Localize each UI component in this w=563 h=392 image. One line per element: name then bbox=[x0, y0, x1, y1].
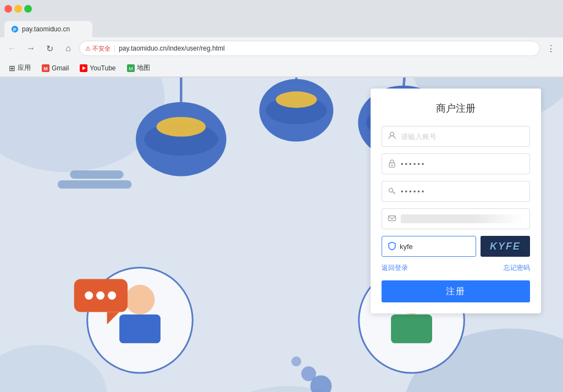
confirm-password-input[interactable] bbox=[401, 187, 524, 196]
captcha-image-text: KYFE bbox=[490, 241, 521, 252]
address-text: pay.taomiduo.cn/index/user/reg.html bbox=[119, 45, 225, 52]
maps-icon: M bbox=[127, 64, 135, 72]
tab-title: pay.taomiduo.cn bbox=[22, 25, 70, 33]
svg-rect-29 bbox=[70, 170, 123, 179]
password-field[interactable] bbox=[382, 153, 530, 174]
svg-point-21 bbox=[276, 91, 317, 108]
address-bar[interactable]: ⚠ 不安全 | pay.taomiduo.cn/index/user/reg.h… bbox=[79, 41, 540, 56]
window-controls bbox=[4, 5, 32, 13]
svg-rect-42 bbox=[391, 314, 432, 343]
svg-point-55 bbox=[291, 356, 301, 366]
youtube-label: YouTube bbox=[90, 64, 115, 72]
apps-label: 应用 bbox=[18, 63, 31, 73]
svg-text:M: M bbox=[43, 66, 48, 71]
bookmark-youtube[interactable]: YouTube bbox=[75, 63, 120, 73]
svg-point-37 bbox=[96, 291, 104, 300]
gmail-icon: M bbox=[42, 64, 49, 72]
forward-button[interactable]: → bbox=[23, 41, 38, 56]
confirm-password-field[interactable] bbox=[382, 181, 530, 202]
back-button[interactable]: ← bbox=[4, 41, 20, 56]
svg-point-17 bbox=[156, 117, 206, 137]
browser-tabbar: P pay.taomiduo.cn bbox=[0, 18, 563, 37]
svg-point-38 bbox=[108, 291, 116, 300]
browser-toolbar: ← → ↻ ⌂ ⚠ 不安全 | pay.taomiduo.cn/index/us… bbox=[0, 37, 563, 59]
svg-point-64 bbox=[389, 188, 393, 192]
bookmark-apps[interactable]: ⊞ 应用 bbox=[4, 62, 35, 74]
card-title: 商户注册 bbox=[382, 102, 530, 115]
browser-chrome: P pay.taomiduo.cn ← → ↻ ⌂ ⚠ 不安全 | pay.ta… bbox=[0, 0, 563, 78]
register-card: 商户注册 bbox=[371, 89, 541, 313]
reload-button[interactable]: ↻ bbox=[42, 41, 57, 56]
password-input[interactable] bbox=[401, 160, 524, 168]
email-icon bbox=[388, 214, 396, 224]
minimize-btn[interactable] bbox=[14, 5, 22, 13]
bookmarks-bar: ⊞ 应用 M Gmail YouTube M 地图 bbox=[0, 59, 563, 77]
captcha-image[interactable]: KYFE bbox=[481, 236, 530, 257]
maximize-btn[interactable] bbox=[24, 5, 32, 13]
username-field[interactable] bbox=[382, 126, 530, 147]
svg-text:M: M bbox=[129, 66, 133, 71]
forgot-password-link[interactable]: 忘记密码 bbox=[504, 263, 530, 273]
browser-titlebar bbox=[0, 0, 563, 18]
active-tab[interactable]: P pay.taomiduo.cn bbox=[4, 21, 92, 37]
svg-point-32 bbox=[125, 285, 155, 314]
youtube-icon bbox=[80, 64, 87, 72]
email-field[interactable] bbox=[382, 208, 530, 229]
apps-grid-icon: ⊞ bbox=[9, 64, 15, 73]
gmail-label: Gmail bbox=[52, 64, 69, 72]
svg-line-66 bbox=[394, 192, 395, 193]
maps-label: 地图 bbox=[137, 63, 150, 73]
lock-icon bbox=[388, 159, 396, 169]
address-separator: | bbox=[114, 45, 115, 52]
svg-rect-33 bbox=[119, 314, 161, 343]
svg-point-36 bbox=[85, 291, 93, 300]
card-links: 返回登录 忘记密码 bbox=[382, 263, 530, 273]
warning-triangle-icon: ⚠ bbox=[85, 45, 91, 52]
menu-button[interactable]: ⋮ bbox=[543, 41, 559, 56]
home-button[interactable]: ⌂ bbox=[60, 41, 76, 56]
back-login-link[interactable]: 返回登录 bbox=[382, 263, 408, 273]
username-input[interactable] bbox=[401, 132, 524, 141]
bookmark-gmail[interactable]: M Gmail bbox=[37, 63, 73, 73]
svg-rect-28 bbox=[58, 180, 132, 189]
tab-favicon: P bbox=[11, 25, 19, 33]
user-icon bbox=[388, 131, 396, 142]
page-content: 商户注册 bbox=[0, 78, 563, 392]
key-icon bbox=[388, 186, 396, 197]
svg-text:P: P bbox=[13, 27, 16, 32]
shield-icon bbox=[388, 241, 396, 252]
register-button[interactable]: 注册 bbox=[382, 280, 530, 302]
close-btn[interactable] bbox=[4, 5, 12, 13]
captcha-input[interactable] bbox=[400, 242, 470, 251]
bookmark-maps[interactable]: M 地图 bbox=[123, 62, 154, 74]
security-warning: ⚠ 不安全 bbox=[85, 45, 111, 53]
captcha-row: KYFE bbox=[382, 236, 530, 257]
email-input[interactable] bbox=[401, 214, 524, 223]
captcha-input-wrap[interactable] bbox=[382, 236, 476, 257]
svg-point-63 bbox=[391, 164, 393, 165]
